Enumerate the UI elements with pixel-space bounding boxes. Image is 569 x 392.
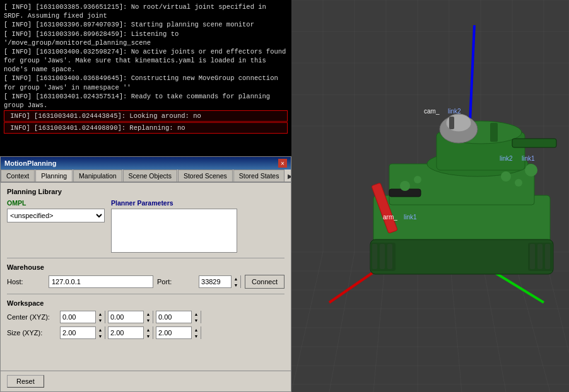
port-input[interactable] bbox=[199, 276, 231, 287]
center-xyz-row: Center (XYZ): ▲ ▼ ▲ ▼ bbox=[7, 311, 284, 323]
center-x-input[interactable] bbox=[61, 311, 95, 323]
mp-title: MotionPlanning bbox=[4, 159, 56, 167]
warehouse-host-row: Host: Port: ▲ ▼ Connect bbox=[7, 275, 284, 289]
size-x-down[interactable]: ▼ bbox=[96, 333, 105, 339]
terminal-line-2: [ INFO] [1631003396.897407039]: Starting… bbox=[4, 20, 288, 29]
size-x-input[interactable] bbox=[61, 327, 95, 338]
size-z-up[interactable]: ▲ bbox=[192, 326, 201, 333]
center-z-input[interactable] bbox=[156, 311, 191, 323]
tab-manipulation[interactable]: Manipulation bbox=[73, 170, 122, 182]
svg-point-56 bbox=[400, 181, 410, 191]
svg-text:link2: link2 bbox=[448, 108, 461, 115]
size-y-down[interactable]: ▼ bbox=[144, 333, 153, 339]
size-x-up[interactable]: ▲ bbox=[96, 326, 105, 333]
planner-section: OMPL <unspecified> Planner Parameters bbox=[7, 199, 284, 253]
center-z-down[interactable]: ▼ bbox=[192, 317, 201, 323]
terminal-line-3: [ INFO] [1631003396.899628459]: Listenin… bbox=[4, 30, 288, 47]
port-spin-down[interactable]: ▼ bbox=[232, 282, 240, 288]
svg-rect-43 bbox=[537, 244, 543, 269]
planner-params-box bbox=[111, 209, 237, 253]
center-label: Center (XYZ): bbox=[7, 313, 57, 321]
terminal-line-5: [ INFO] [1631003400.036849645]: Construc… bbox=[4, 74, 288, 91]
svg-text:link1: link1 bbox=[522, 155, 535, 162]
tab-stored-scenes[interactable]: Stored Scenes bbox=[178, 170, 233, 182]
motion-planning-panel: MotionPlanning × Context Planning Manipu… bbox=[0, 156, 291, 392]
mp-close-button[interactable]: × bbox=[278, 159, 287, 168]
size-xyz-row: Size (XYZ): ▲ ▼ ▲ ▼ bbox=[7, 326, 284, 339]
port-spin-up[interactable]: ▲ bbox=[232, 275, 240, 282]
port-field: ▲ ▼ bbox=[199, 275, 241, 288]
svg-rect-49 bbox=[512, 139, 556, 147]
svg-text:link2: link2 bbox=[500, 155, 513, 162]
ompl-column: OMPL <unspecified> bbox=[7, 199, 105, 253]
tab-bar: Context Planning Manipulation Scene Obje… bbox=[1, 170, 291, 183]
terminal-line-1: [ INFO] [1631003385.936651215]: No root/… bbox=[4, 3, 288, 20]
center-y-up[interactable]: ▲ bbox=[144, 311, 153, 317]
svg-rect-36 bbox=[370, 239, 553, 274]
size-label: Size (XYZ): bbox=[7, 329, 57, 337]
ompl-label: OMPL bbox=[7, 199, 105, 207]
planner-select[interactable]: <unspecified> bbox=[7, 209, 105, 222]
mp-footer: Reset bbox=[1, 371, 291, 391]
divider-1 bbox=[7, 258, 284, 258]
params-column: Planner Parameters bbox=[111, 199, 237, 253]
terminal-line-4: [ INFO] [1631003400.032598274]: No activ… bbox=[4, 47, 288, 74]
mp-content-area: Planning Library OMPL <unspecified> Plan… bbox=[1, 183, 291, 371]
center-x-down[interactable]: ▼ bbox=[96, 317, 105, 323]
svg-rect-40 bbox=[380, 244, 385, 269]
svg-text:link1: link1 bbox=[404, 214, 417, 221]
svg-text:arm_: arm_ bbox=[383, 214, 397, 221]
center-y-field: ▲ ▼ bbox=[108, 311, 153, 323]
3d-viewport: cam_ link2 link2 link1 arm_ link1 bbox=[291, 0, 569, 392]
svg-point-57 bbox=[414, 176, 421, 183]
tab-stored-states[interactable]: Stored States bbox=[233, 170, 285, 182]
workspace-label: Workspace bbox=[7, 299, 284, 307]
svg-rect-44 bbox=[545, 244, 550, 269]
3d-scene: cam_ link2 link2 link1 arm_ link1 bbox=[291, 0, 569, 392]
svg-point-58 bbox=[501, 171, 511, 182]
divider-2 bbox=[7, 294, 284, 294]
reset-button[interactable]: Reset bbox=[7, 375, 44, 388]
planner-params-label: Planner Parameters bbox=[111, 199, 237, 207]
warehouse-label: Warehouse bbox=[7, 263, 284, 271]
center-z-up[interactable]: ▲ bbox=[192, 311, 201, 317]
center-z-field: ▲ ▼ bbox=[156, 311, 201, 323]
size-z-field: ▲ ▼ bbox=[156, 326, 201, 339]
size-y-field: ▲ ▼ bbox=[108, 326, 153, 339]
host-input[interactable] bbox=[49, 275, 153, 288]
svg-point-59 bbox=[515, 179, 522, 187]
svg-rect-54 bbox=[490, 123, 498, 142]
terminal-line-8: INFO] [1631003401.024498890]: Replanning… bbox=[4, 122, 288, 134]
size-z-input[interactable] bbox=[156, 327, 191, 338]
center-y-input[interactable] bbox=[109, 311, 143, 323]
host-label: Host: bbox=[7, 278, 45, 285]
svg-rect-55 bbox=[449, 117, 454, 129]
center-y-down[interactable]: ▼ bbox=[144, 317, 153, 323]
size-z-down[interactable]: ▼ bbox=[192, 333, 201, 339]
center-x-up[interactable]: ▲ bbox=[96, 311, 105, 317]
size-y-input[interactable] bbox=[109, 327, 143, 338]
port-spinner: ▲ ▼ bbox=[231, 275, 240, 288]
tab-scene-objects[interactable]: Scene Objects bbox=[123, 170, 177, 182]
planning-library-label: Planning Library bbox=[7, 188, 284, 195]
size-y-up[interactable]: ▲ bbox=[144, 326, 153, 333]
svg-rect-39 bbox=[372, 244, 377, 269]
terminal-line-6: [ INFO] [1631003401.024357514]: Ready to… bbox=[4, 92, 288, 110]
svg-rect-41 bbox=[387, 244, 392, 269]
mp-titlebar: MotionPlanning × bbox=[1, 157, 291, 170]
svg-point-60 bbox=[525, 164, 537, 176]
center-x-field: ▲ ▼ bbox=[60, 311, 105, 323]
svg-rect-42 bbox=[530, 244, 535, 269]
connect-button[interactable]: Connect bbox=[245, 275, 284, 289]
port-label: Port: bbox=[157, 278, 195, 285]
terminal-output: [ INFO] [1631003385.936651215]: No root/… bbox=[0, 0, 291, 156]
size-x-field: ▲ ▼ bbox=[60, 326, 105, 339]
terminal-line-7: INFO] [1631003401.024443845]: Looking ar… bbox=[4, 110, 288, 122]
tab-scroll-arrow[interactable]: ▶ bbox=[285, 171, 291, 182]
tab-context[interactable]: Context bbox=[1, 170, 35, 182]
tab-planning[interactable]: Planning bbox=[35, 170, 73, 183]
svg-text:cam_: cam_ bbox=[424, 108, 440, 115]
